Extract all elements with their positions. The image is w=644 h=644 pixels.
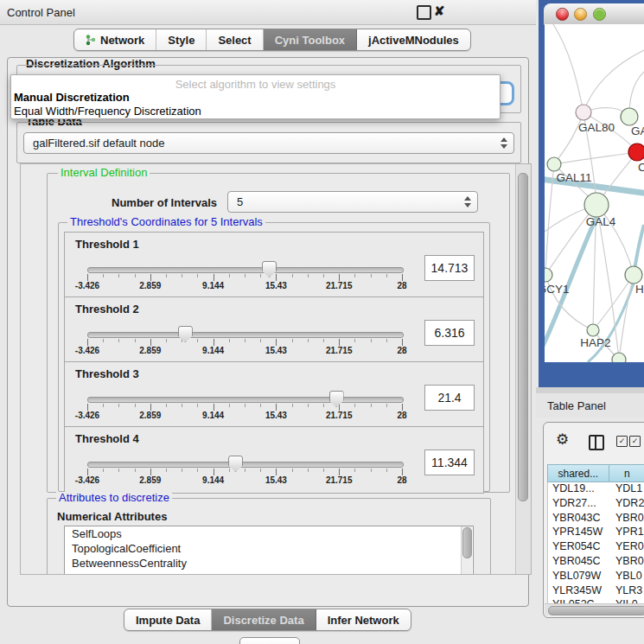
control-panel-titlebar xyxy=(0,0,536,25)
attribute-item[interactable]: TopologicalCoefficient xyxy=(65,541,473,556)
table-data-value: galFiltered.sif default node xyxy=(33,133,164,153)
node-label: GA xyxy=(631,124,644,137)
tab-network[interactable]: Network xyxy=(74,29,156,50)
tab-label: Discretize Data xyxy=(223,614,303,627)
network-node[interactable] xyxy=(587,324,599,336)
numerical-attributes-label: Numerical Attributes xyxy=(57,510,167,523)
network-node[interactable] xyxy=(547,157,561,171)
interval-definition-group: Interval Definition Number of Intervals … xyxy=(47,173,510,493)
cell-name[interactable]: YBR0 xyxy=(615,512,644,524)
threshold-value-field[interactable]: 6.316 xyxy=(424,320,475,346)
table-row[interactable]: YDL19...YDL1 xyxy=(548,482,644,497)
thresholds-group-title: Threshold's Coordinates for 5 Intervals xyxy=(67,216,265,228)
table-row[interactable]: YLR345WYLR3 xyxy=(548,584,644,599)
network-window: GAL80GACGAL11GAL4GCY1HHAP2 xyxy=(539,0,644,393)
node-label: H xyxy=(635,283,644,296)
cell-name[interactable]: YER0 xyxy=(615,540,644,552)
numerical-attributes-list[interactable]: SelfLoopsTopologicalCoefficientBetweenne… xyxy=(64,526,474,575)
table-horizontal-scrollbar[interactable] xyxy=(545,603,644,615)
number-of-intervals-label: Number of Intervals xyxy=(112,196,217,209)
cell-shared-name[interactable]: YLR345W xyxy=(548,584,615,596)
slider-thumb[interactable] xyxy=(178,326,193,342)
network-node[interactable] xyxy=(625,266,642,284)
spinner-arrows-icon[interactable] xyxy=(501,137,508,150)
threshold-value-field[interactable]: 11.344 xyxy=(424,450,475,475)
cell-name[interactable]: YBR0 xyxy=(615,555,644,567)
table-panel: ⚙ ✓ ✓ shared... n YDL19...YDL1YDR27...YD… xyxy=(543,422,644,618)
cell-name[interactable]: YDL1 xyxy=(615,482,642,494)
table-row[interactable]: YER054CYER0 xyxy=(548,540,644,555)
close-traffic-light-icon[interactable] xyxy=(556,8,569,21)
network-canvas[interactable]: GAL80GACGAL11GAL4GCY1HHAP2 xyxy=(545,24,644,362)
network-node[interactable] xyxy=(576,105,591,120)
cell-shared-name[interactable]: YPR145W xyxy=(548,526,615,538)
cell-shared-name[interactable]: YER054C xyxy=(548,540,615,552)
cell-shared-name[interactable]: YBR045C xyxy=(548,555,615,567)
node-label: GAL80 xyxy=(578,121,615,134)
interval-definition-title: Interval Definition xyxy=(58,167,150,179)
tab-jactivemnodules[interactable]: jActiveMNodules xyxy=(357,29,470,50)
cell-name[interactable]: YBL0 xyxy=(615,570,642,582)
cell-shared-name[interactable]: YDR27... xyxy=(548,497,615,509)
attributes-scrollbar-thumb[interactable] xyxy=(462,527,472,558)
table-row[interactable]: YBR043CYBR0 xyxy=(548,512,644,526)
tab-label: Cyni Toolbox xyxy=(275,34,345,47)
tab-label: Select xyxy=(218,34,251,47)
minimize-traffic-light-icon[interactable] xyxy=(574,8,587,21)
split-columns-icon[interactable] xyxy=(589,435,604,450)
checkbox-icon[interactable]: ✓ xyxy=(629,436,641,447)
column-header-name[interactable]: n xyxy=(609,464,644,482)
settings-scrollbar-thumb[interactable] xyxy=(518,173,528,501)
tab-select[interactable]: Select xyxy=(207,29,263,50)
slider-thumb[interactable] xyxy=(262,261,277,277)
cyni-toolbox-panel: Discretization Algorithm Table Data galF… xyxy=(7,57,529,607)
cell-shared-name[interactable]: YBL079W xyxy=(548,570,615,582)
cyni-bottom-tabs: Impute Data Discretize Data Infer Networ… xyxy=(124,609,411,631)
tab-style[interactable]: Style xyxy=(156,29,207,50)
checkbox-icon[interactable]: ✓ xyxy=(616,436,628,447)
table-data-combobox[interactable]: galFiltered.sif default node xyxy=(23,132,514,154)
table-row[interactable]: YBL079WYBL0 xyxy=(548,570,644,584)
threshold-row: Threshold 3 -3.4262.8599.14415.4321.7152… xyxy=(64,361,484,429)
close-icon[interactable]: ✘ xyxy=(434,3,445,19)
slider-thumb[interactable] xyxy=(329,391,344,407)
threshold-row: Threshold 1 -3.4262.8599.14415.4321.7152… xyxy=(64,232,484,299)
cell-shared-name[interactable]: YDL19... xyxy=(548,482,615,494)
network-node[interactable] xyxy=(621,108,638,125)
cell-name[interactable]: YDR2 xyxy=(615,497,644,509)
slider-thumb[interactable] xyxy=(228,456,243,472)
cell-shared-name[interactable]: YBR043C xyxy=(548,512,615,524)
cell-name[interactable]: YLR3 xyxy=(615,584,642,596)
threshold-value-field[interactable]: 21.4 xyxy=(424,385,475,411)
table-row[interactable]: YBR045CYBR0 xyxy=(548,555,644,570)
network-node[interactable] xyxy=(545,268,552,282)
table-row[interactable]: YPR145WYPR1 xyxy=(548,526,644,540)
number-of-intervals-combobox[interactable]: 5 xyxy=(227,191,478,213)
node-label: C xyxy=(638,161,644,174)
network-node[interactable] xyxy=(612,353,626,362)
tab-label: Impute Data xyxy=(136,614,200,627)
tab-cyni-toolbox[interactable]: Cyni Toolbox xyxy=(264,29,357,50)
network-node[interactable] xyxy=(584,193,609,217)
network-node[interactable] xyxy=(628,143,644,161)
spinner-arrows-icon[interactable] xyxy=(464,195,472,208)
float-window-icon[interactable] xyxy=(417,5,431,20)
tab-label: jActiveMNodules xyxy=(368,34,459,47)
algorithm-item-manual[interactable]: Manual Discretization xyxy=(14,91,130,104)
attribute-item[interactable]: BetweennessCentrality xyxy=(65,556,473,571)
tab-discretize-data[interactable]: Discretize Data xyxy=(212,609,316,630)
table-hscrollbar-thumb[interactable] xyxy=(548,606,644,615)
cell-name[interactable]: YPR1 xyxy=(615,526,644,538)
attribute-item[interactable]: SelfLoops xyxy=(65,526,473,541)
algorithm-prompt-item: Select algorithm to view settings xyxy=(11,78,500,91)
threshold-value-field[interactable]: 14.713 xyxy=(424,255,475,281)
gear-icon[interactable]: ⚙ xyxy=(556,432,569,447)
zoom-traffic-light-icon[interactable] xyxy=(593,8,606,21)
network-edge xyxy=(554,152,637,164)
algorithm-item-equal-width[interactable]: Equal Width/Frequency Discretization xyxy=(14,105,201,118)
column-header-shared-name[interactable]: shared... xyxy=(547,464,609,482)
tab-infer-network[interactable]: Infer Network xyxy=(316,609,411,630)
table-row[interactable]: YDR27...YDR2 xyxy=(548,497,644,512)
apply-button[interactable]: Apply xyxy=(239,637,300,644)
tab-impute-data[interactable]: Impute Data xyxy=(124,609,212,630)
